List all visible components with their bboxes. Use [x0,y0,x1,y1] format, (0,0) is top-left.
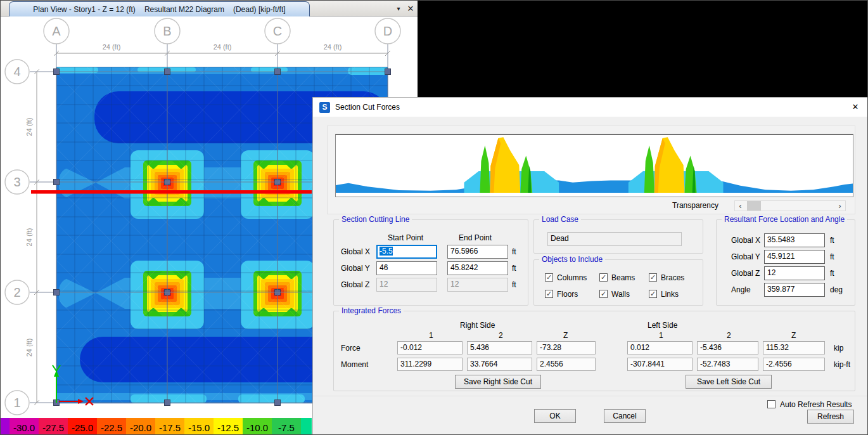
global-y-label: Global Y [341,264,370,273]
legend-value: -20.0 [130,422,151,433]
dim-label: 24 (ft) [25,228,33,247]
grid-label-4: 4 [13,65,20,79]
left-side-header: Left Side [648,321,677,330]
unit-label: ft [830,252,834,261]
force-left-2[interactable]: -5.436 [697,341,758,354]
force-left-1[interactable]: 0.012 [627,341,692,354]
group-title: Section Cutting Line [339,215,412,224]
end-point-header: End Point [459,233,492,242]
legend-value: -27.5 [42,422,64,433]
plan-tab-case: (Dead) [kip-ft/ft] [233,5,286,14]
beams-label: Beams [611,273,635,282]
walls-checkbox[interactable]: ✓ [599,290,608,298]
plan-window-tab[interactable]: Plan View - Story1 - Z = 12 (ft) Resulta… [9,1,310,16]
start-point-header: Start Point [388,233,423,242]
force-right-z[interactable]: -73.28 [537,341,596,354]
grid-label-3: 3 [13,175,20,189]
beams-checkbox[interactable]: ✓ [599,273,608,282]
group-title: Integrated Forces [339,306,404,315]
scroll-left-icon[interactable]: ‹ [735,201,746,211]
window-close-icon[interactable]: ✕ [405,3,416,14]
dim-label: 24 (ft) [214,43,232,51]
res-global-y-field[interactable]: 45.9121 [764,250,825,264]
res-global-z-label: Global Z [731,269,760,278]
section-cut-line[interactable] [31,190,312,194]
transparency-scrollbar[interactable]: ‹ › [734,200,846,211]
auto-refresh-checkbox[interactable] [767,400,775,408]
unit-label: ft [512,280,516,289]
ok-button[interactable]: OK [534,409,576,423]
cut-force-profile [336,135,853,196]
legend-block [301,418,312,435]
legend-value: -22.5 [101,422,122,433]
angle-label: Angle [731,285,751,294]
dialog-title: Section Cut Forces [335,103,400,112]
cancel-button[interactable]: Cancel [604,409,646,423]
force-right-1[interactable]: -0.012 [397,341,463,354]
links-label: Links [661,290,679,299]
moment-left-z[interactable]: -2.4556 [763,358,825,371]
global-x-start-input[interactable]: -5.5 [376,245,437,259]
force-row-label: Force [341,344,361,353]
grid-label-b: B [163,24,171,38]
col-header-1: 1 [659,331,663,340]
global-x-end-input[interactable]: 76.5966 [447,245,508,259]
objects-to-include-group: Objects to Include [533,259,703,306]
col-header-2: 2 [499,331,503,340]
grid-label-d: D [383,24,392,38]
moment-unit: kip-ft [834,360,850,369]
plan-tab-title: Plan View - Story1 - Z = 12 (ft) [33,5,136,14]
plan-window-titlebar: Plan View - Story1 - Z = 12 (ft) Resulta… [1,1,418,16]
moment-right-2[interactable]: 33.7664 [467,358,532,371]
force-right-2[interactable]: 5.436 [467,341,532,354]
links-checkbox[interactable]: ✓ [649,290,657,298]
force-left-z[interactable]: 115.32 [763,341,825,354]
dim-label: 24 (ft) [25,339,33,357]
res-global-z-field[interactable]: 12 [764,266,825,280]
screen: Plan View - Story1 - Z = 12 (ft) Resulta… [0,0,868,435]
col-header-z: Z [563,331,568,340]
window-minimize-icon[interactable]: ▾ [393,3,404,14]
unit-label: deg [830,285,843,294]
scrollbar-thumb[interactable] [747,201,761,211]
global-z-label: Global Z [341,280,369,289]
auto-refresh-label: Auto Refresh Results [780,400,852,409]
global-z-end-input: 12 [447,278,508,292]
moment-left-1[interactable]: -307.8441 [627,358,692,371]
global-z-start-input: 12 [376,278,437,292]
columns-label: Columns [557,273,587,282]
res-global-x-label: Global X [731,236,760,245]
save-right-side-cut-button[interactable]: Save Right Side Cut [455,375,541,389]
legend-value: -17.5 [159,422,181,433]
unit-label: ft [512,247,516,256]
grid-label-a: A [52,24,61,38]
col-header-1: 1 [429,331,433,340]
res-global-x-field[interactable]: 35.5483 [764,233,825,247]
dim-label: 24 (ft) [103,43,121,51]
dim-label: 24 (ft) [324,43,342,51]
moment-right-z[interactable]: 2.4556 [537,358,596,371]
unit-label: ft [512,264,516,273]
refresh-button[interactable]: Refresh [807,410,854,424]
floors-checkbox[interactable]: ✓ [545,290,553,298]
walls-label: Walls [611,290,630,299]
global-y-start-input[interactable]: 46 [376,261,437,275]
dialog-close-icon[interactable]: ✕ [849,100,862,113]
res-global-y-label: Global Y [731,252,760,261]
legend-value: -10.0 [246,422,268,433]
dialog-separator [313,396,868,396]
angle-field[interactable]: 359.877 [764,283,825,297]
section-cut-chart [335,134,853,197]
columns-checkbox[interactable]: ✓ [545,273,553,282]
save-left-side-cut-button[interactable]: Save Left Side Cut [686,375,772,389]
legend-value: -30.0 [13,422,35,433]
global-y-end-input[interactable]: 45.8242 [447,261,508,275]
col-header-2: 2 [727,331,731,340]
grid-label-1: 1 [13,396,20,410]
moment-right-1[interactable]: 311.2299 [397,358,463,371]
grid-label-2: 2 [13,285,20,299]
braces-checkbox[interactable]: ✓ [649,273,657,282]
moment-left-2[interactable]: -52.7483 [697,358,758,371]
legend-value: -7.5 [278,422,295,433]
scroll-right-icon[interactable]: › [834,201,845,211]
